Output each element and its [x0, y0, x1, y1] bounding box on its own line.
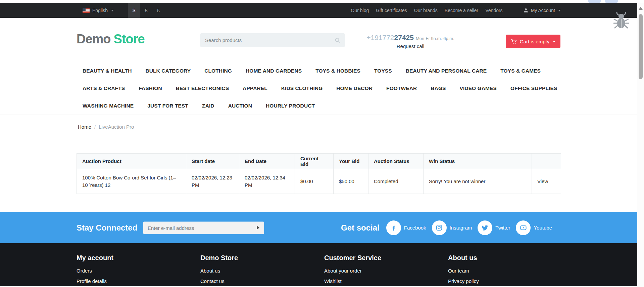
- search-box: [200, 33, 345, 47]
- nav-item-toys-hobbies[interactable]: TOYS & HOBBIES: [315, 68, 360, 74]
- col-actions: [532, 154, 561, 169]
- table-row: 100% Cotton Bow Co-ord Set for Girls (1–…: [77, 169, 561, 194]
- cell-start-date: 02/02/2026, 12:23 PM: [186, 169, 239, 194]
- cell-your-bid: $50.00: [334, 169, 368, 194]
- currency-gbp[interactable]: £: [152, 3, 164, 18]
- footer-link-orders[interactable]: Orders: [77, 268, 200, 274]
- breadcrumb-home[interactable]: Home: [78, 124, 91, 130]
- main-navigation: BEAUTY & HEALTH BULK CATEGORY CLOTHING H…: [77, 62, 613, 115]
- logo-text-store: Store: [114, 32, 145, 46]
- nav-item-washing-machine[interactable]: WASHING MACHINE: [83, 103, 134, 109]
- search-icon[interactable]: [335, 37, 341, 43]
- nav-item-fashion[interactable]: FASHION: [139, 85, 162, 91]
- nav-item-home-decor[interactable]: HOME DECOR: [336, 85, 373, 91]
- view-link[interactable]: View: [537, 178, 548, 184]
- social-link-youtube[interactable]: Youtube: [516, 220, 552, 235]
- scrollbar[interactable]: [637, 3, 644, 287]
- link-our-brands[interactable]: Our brands: [414, 8, 438, 13]
- nav-item-best-electronics[interactable]: BEST ELECTRONICS: [176, 85, 229, 91]
- phone-number-prefix: +191772: [366, 34, 394, 41]
- scrollbar-up-arrow[interactable]: [639, 7, 643, 10]
- newsletter-submit-button[interactable]: [252, 221, 264, 234]
- search-input[interactable]: [200, 37, 335, 43]
- footer-col-my-account: My account Orders Profile details: [77, 254, 200, 287]
- link-become-a-seller[interactable]: Become a seller: [445, 8, 478, 13]
- link-vendors[interactable]: Vendors: [485, 8, 502, 13]
- phone-hours: Mon-Fr 9a.m.-6p.m.: [416, 36, 454, 41]
- nav-item-home-and-gardens[interactable]: HOME AND GARDENS: [246, 68, 302, 74]
- footer-title-about-us: About us: [448, 254, 561, 262]
- cart-button[interactable]: Cart is empty: [506, 35, 560, 48]
- site-footer: My account Orders Profile details Demo S…: [0, 243, 637, 286]
- nav-item-clothing[interactable]: CLOTHING: [204, 68, 232, 74]
- nav-item-video-games[interactable]: VIDEO GAMES: [460, 85, 497, 91]
- page: English $ € £ Our blog Gift certificates…: [0, 0, 637, 287]
- nav-row-1: BEAUTY & HEALTH BULK CATEGORY CLOTHING H…: [77, 62, 613, 80]
- footer-link-privacy-policy[interactable]: Privacy policy: [448, 278, 561, 284]
- chevron-down-icon: [558, 10, 561, 11]
- nav-item-bulk-category[interactable]: BULK CATEGORY: [145, 68, 191, 74]
- phone-number-bold: 27425: [394, 34, 414, 41]
- nav-item-beauty-and-personal-care[interactable]: BEAUTY AND PERSONAL CARE: [406, 68, 487, 74]
- instagram-icon: [432, 220, 447, 235]
- currency-eur[interactable]: €: [140, 3, 152, 18]
- social-label-youtube: Youtube: [534, 225, 552, 231]
- nav-item-arts-crafts[interactable]: ARTS & CRAFTS: [83, 85, 125, 91]
- browser-artifact-pill: [588, 0, 601, 3]
- language-label: English: [92, 8, 108, 13]
- link-gift-certificates[interactable]: Gift certificates: [376, 8, 407, 13]
- nav-item-bags[interactable]: BAGS: [431, 85, 446, 91]
- col-start-date: Start date: [186, 154, 239, 169]
- currency-selector: $ € £: [128, 3, 164, 18]
- social-link-instagram[interactable]: Instagram: [432, 220, 472, 235]
- store-logo[interactable]: DemoStore: [77, 32, 145, 46]
- footer-link-wishlist[interactable]: Wishlist: [324, 278, 448, 284]
- nav-item-toys-games[interactable]: TOYS & GAMES: [500, 68, 541, 74]
- cell-product: 100% Cotton Bow Co-ord Set for Girls (1–…: [77, 169, 186, 194]
- breadcrumb: Home / LiveAuction Pro: [77, 124, 561, 130]
- nav-item-zaid[interactable]: ZAID: [202, 103, 214, 109]
- footer-link-our-team[interactable]: Our team: [448, 268, 561, 274]
- footer-title-demo-store: Demo Store: [200, 254, 324, 262]
- footer-link-contact-us[interactable]: Contact us: [200, 278, 324, 284]
- link-our-blog[interactable]: Our blog: [351, 8, 369, 13]
- nav-item-hourly-product[interactable]: HOURLY PRODUCT: [266, 103, 315, 109]
- auction-table: Auction Product Start date End Date Curr…: [77, 153, 561, 194]
- my-account-menu[interactable]: My Account: [523, 8, 561, 13]
- footer-link-profile-details[interactable]: Profile details: [77, 278, 200, 284]
- footer-link-about-us[interactable]: About us: [200, 268, 324, 274]
- cart-label: Cart is empty: [520, 39, 549, 44]
- arrow-right-icon: [257, 226, 259, 230]
- col-end-date: End Date: [239, 154, 295, 169]
- social-label-facebook: Facebook: [404, 225, 426, 231]
- nav-item-footwear[interactable]: FOOTWEAR: [386, 85, 417, 91]
- nav-row-2: ARTS & CRAFTS FASHION BEST ELECTRONICS A…: [77, 80, 613, 97]
- social-link-twitter[interactable]: Twitter: [478, 220, 510, 235]
- chevron-down-icon: [111, 10, 114, 11]
- newsletter-title: Stay Connected: [77, 223, 137, 233]
- nav-item-auction[interactable]: AUCTION: [228, 103, 252, 109]
- footer-title-my-account: My account: [77, 254, 200, 262]
- nav-item-apparel[interactable]: APPAREL: [243, 85, 267, 91]
- language-selector[interactable]: English: [83, 8, 114, 13]
- footer-col-demo-store: Demo Store About us Contact us: [200, 254, 324, 287]
- cart-icon: [511, 38, 517, 45]
- nav-item-toyss[interactable]: TOYSS: [374, 68, 392, 74]
- nav-item-office-supplies[interactable]: OFFICE SUPPLIES: [510, 85, 557, 91]
- col-your-bid: Your Bid: [334, 154, 368, 169]
- social-title: Get social: [341, 223, 380, 233]
- nav-item-just-for-test[interactable]: JUST FOR TEST: [147, 103, 188, 109]
- phone-block: +19177227425Mon-Fr 9a.m.-6p.m. Request c…: [361, 34, 460, 49]
- footer-link-about-your-order[interactable]: About your order: [324, 268, 448, 274]
- bug-icon[interactable]: [613, 12, 629, 30]
- nav-item-kids-clothing[interactable]: KIDS CLOTHING: [281, 85, 323, 91]
- nav-row-3: WASHING MACHINE JUST FOR TEST ZAID AUCTI…: [77, 97, 613, 115]
- newsletter-email-input[interactable]: [143, 225, 252, 231]
- nav-item-beauty-health[interactable]: BEAUTY & HEALTH: [83, 68, 132, 74]
- scrollbar-thumb[interactable]: [639, 14, 643, 79]
- user-icon: [523, 8, 529, 13]
- currency-usd[interactable]: $: [128, 3, 140, 18]
- col-auction-product: Auction Product: [77, 154, 186, 169]
- request-call-link[interactable]: Request call: [361, 43, 460, 49]
- social-link-facebook[interactable]: Facebook: [386, 220, 426, 235]
